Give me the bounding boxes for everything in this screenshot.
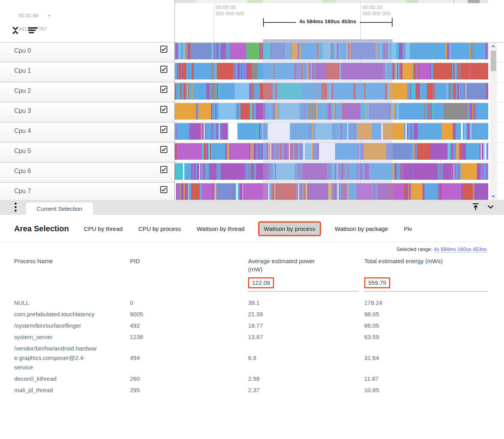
track-name-cell[interactable]: Cpu 4 — [0, 123, 174, 142]
area-selection-handle[interactable] — [263, 39, 393, 43]
cell-process-name: decon0_kthread — [14, 374, 102, 384]
track-checkbox[interactable] — [160, 126, 167, 133]
selected-range-bracket: 4s 584ms 160us 453ns — [263, 18, 393, 28]
sort-tracks-icon[interactable] — [28, 25, 38, 35]
cell-total-energy: 98.05 — [364, 310, 488, 319]
cell-process-name: NULL — [14, 298, 102, 308]
selection-tab-bar: Current Selection — [0, 200, 504, 215]
cell-process-name: /system/bin/surfaceflinger — [14, 321, 102, 330]
selected-range-label: Selected range: — [397, 246, 432, 252]
track-timeline-canvas[interactable] — [175, 63, 488, 79]
table-row: /vendor/bin/hw/android.hardware.graphics… — [14, 343, 488, 373]
table-row: com.prefabulated.touchlatency900521.3998… — [14, 308, 488, 320]
view-tab-cpu-by-thread[interactable]: CPU by thread — [83, 223, 123, 235]
view-tab-wattson-by-process[interactable]: Wattson by process — [259, 223, 320, 235]
track-checkbox[interactable] — [160, 46, 167, 53]
time-ruler: 00:00:05000 000 000 00:00:10000 000 000 … — [174, 3, 504, 42]
tracks-scrollbar[interactable] — [490, 43, 497, 200]
track-row-cpu-0: Cpu 0 — [0, 42, 504, 63]
cell-total-energy: 10.85 — [364, 386, 488, 395]
track-name-cell[interactable]: Cpu 5 — [0, 143, 174, 162]
collapse-panel-icon[interactable] — [486, 202, 495, 212]
panel-divider — [174, 0, 175, 200]
table-header-row: Process Name PID Average estimated power… — [14, 254, 488, 273]
track-header-panel: 00:01:48+ 441 907 767 — [0, 3, 174, 42]
details-panel: Current Selection Area Selection — [0, 200, 504, 439]
scrollbar-thumb[interactable] — [491, 51, 496, 71]
ruler-tick-label: 00:00:10000 000 000 — [362, 4, 410, 17]
cell-avg-power: 21.39 — [248, 310, 364, 319]
track-label: Cpu 0 — [14, 47, 31, 54]
table-row: system_server123813.8763.59 — [14, 331, 488, 343]
track-row-cpu-5: Cpu 5 — [0, 143, 504, 163]
column-header-total-energy: Total estimated energy (mWs) — [364, 257, 488, 265]
timeline-panel: 00:01:48+ 441 907 767 00:00:05000 000 00… — [0, 0, 504, 200]
track-timeline-canvas[interactable] — [175, 183, 488, 200]
table-row: /system/bin/surfaceflinger49218.7786.05 — [14, 320, 488, 331]
track-label: Cpu 3 — [14, 107, 31, 114]
cell-pid: 1238 — [130, 332, 248, 342]
track-checkbox[interactable] — [160, 146, 167, 153]
cell-pid: 9005 — [130, 310, 248, 319]
track-label: Cpu 4 — [14, 127, 31, 135]
track-checkbox[interactable] — [160, 186, 167, 193]
view-tab-wattson-by-package[interactable]: Wattson by package — [334, 223, 389, 235]
cell-pid: 0 — [130, 298, 248, 308]
cell-process-name: mali_jd_thread — [14, 386, 102, 395]
selected-range-link[interactable]: 4s 584ms 160us 453ns — [434, 246, 487, 253]
collapse-tracks-icon[interactable] — [10, 25, 20, 35]
track-timeline-canvas[interactable] — [175, 163, 488, 180]
cell-avg-power: 2.59 — [248, 374, 364, 384]
track-checkbox[interactable] — [160, 86, 167, 93]
expand-panel-to-top-icon[interactable] — [471, 202, 480, 212]
track-timeline-canvas[interactable] — [175, 83, 488, 100]
track-checkbox[interactable] — [160, 166, 167, 173]
track-label: Cpu 1 — [14, 67, 31, 74]
total-avg-power-value: 122.09 — [248, 277, 274, 288]
view-tab-wattson-by-thread[interactable]: Wattson by thread — [196, 223, 245, 235]
track-timeline-canvas[interactable] — [175, 43, 488, 59]
wattson-process-table: Process Name PID Average estimated power… — [14, 254, 488, 396]
track-name-cell[interactable]: Cpu 3 — [0, 103, 174, 122]
track-row-cpu-6: Cpu 6 — [0, 163, 504, 183]
track-timeline-canvas[interactable] — [175, 143, 488, 160]
column-header-process-name: Process Name — [14, 257, 130, 265]
scroll-down-icon[interactable] — [491, 196, 495, 198]
view-tab-cpu-by-process[interactable]: CPU by process — [137, 223, 182, 235]
ruler-tick-label: 00:00:05000 000 000 — [216, 4, 263, 17]
view-tab-piv[interactable]: Piv — [403, 223, 413, 235]
track-name-cell[interactable]: Cpu 7 — [0, 183, 174, 200]
track-name-cell[interactable]: Cpu 0 — [0, 42, 174, 62]
scroll-up-icon[interactable] — [491, 45, 495, 47]
track-checkbox[interactable] — [160, 106, 167, 113]
area-selection-detail: Area Selection CPU by threadCPU by proce… — [0, 215, 504, 439]
track-row-cpu-7: Cpu 7 — [0, 183, 504, 200]
tab-current-selection[interactable]: Current Selection — [25, 202, 94, 215]
cell-avg-power: 13.87 — [248, 332, 364, 342]
track-name-cell[interactable]: Cpu 2 — [0, 83, 174, 102]
track-checkbox[interactable] — [160, 66, 167, 73]
cell-total-energy: 179.24 — [364, 298, 488, 308]
track-label: Cpu 6 — [14, 168, 31, 175]
perfetto-trace-viewer: 00:01:48+ 441 907 767 00:00:05000 000 00… — [0, 0, 504, 439]
track-row-cpu-3: Cpu 3 — [0, 103, 504, 123]
track-name-cell[interactable]: Cpu 6 — [0, 163, 174, 183]
track-row-cpu-4: Cpu 4 — [0, 123, 504, 143]
ruler-tick — [214, 3, 214, 42]
track-row-cpu-1: Cpu 1 — [0, 63, 504, 83]
table-row: decon0_kthread2602.5911.87 — [14, 373, 488, 384]
cpu-tracks: Cpu 0Cpu 1Cpu 2Cpu 3Cpu 4Cpu 5Cpu 6Cpu 7 — [0, 42, 504, 200]
tab-label: Current Selection — [37, 205, 82, 212]
cell-total-energy: 86.05 — [364, 321, 488, 330]
kebab-menu-icon[interactable] — [13, 203, 18, 213]
track-timeline-canvas[interactable] — [175, 103, 488, 120]
detail-title: Area Selection — [14, 224, 69, 233]
column-header-avg-power: Average estimated power (mW) — [248, 257, 321, 273]
track-label: Cpu 2 — [14, 87, 31, 94]
track-name-cell[interactable]: Cpu 1 — [0, 63, 174, 82]
track-label: Cpu 5 — [14, 148, 31, 155]
cell-avg-power: 18.77 — [248, 321, 364, 330]
cell-total-energy: 11.87 — [364, 374, 488, 384]
track-timeline-canvas[interactable] — [175, 123, 488, 140]
cell-pid: 494 — [130, 353, 248, 363]
